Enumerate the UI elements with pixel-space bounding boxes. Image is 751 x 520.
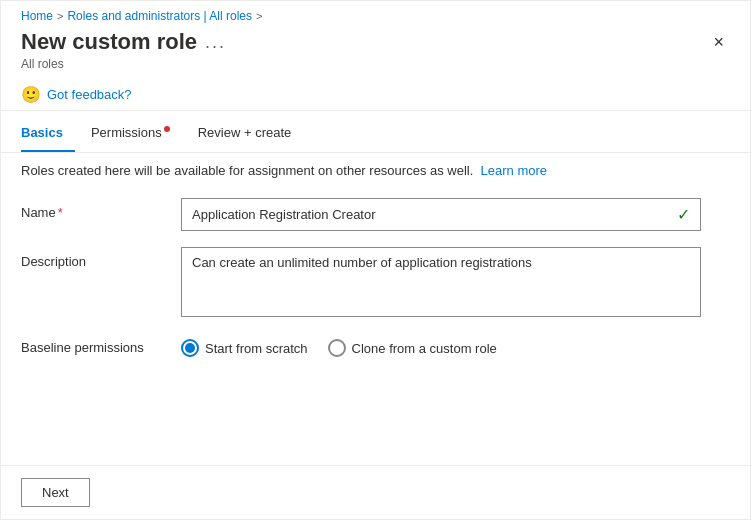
form-area: Name* ✓ Description Can create an unlimi… — [1, 188, 750, 465]
footer: Next — [1, 465, 750, 519]
title-area: New custom role ... All roles — [21, 29, 226, 71]
radio-scratch-label: Start from scratch — [205, 341, 308, 356]
radio-clone-label: Clone from a custom role — [352, 341, 497, 356]
radio-clone-option[interactable]: Clone from a custom role — [328, 339, 497, 357]
radio-scratch-option[interactable]: Start from scratch — [181, 339, 308, 357]
ellipsis-menu[interactable]: ... — [205, 32, 226, 53]
breadcrumb-home[interactable]: Home — [21, 9, 53, 23]
tab-review-create[interactable]: Review + create — [198, 115, 304, 152]
breadcrumb: Home > Roles and administrators | All ro… — [1, 1, 750, 27]
tab-permissions[interactable]: Permissions — [91, 115, 182, 152]
permissions-dot — [164, 126, 170, 132]
learn-more-link[interactable]: Learn more — [481, 163, 547, 178]
name-label: Name* — [21, 198, 181, 220]
breadcrumb-roles[interactable]: Roles and administrators | All roles — [67, 9, 252, 23]
baseline-row: Baseline permissions Start from scratch … — [21, 333, 730, 357]
name-row: Name* ✓ — [21, 198, 730, 231]
baseline-control: Start from scratch Clone from a custom r… — [181, 333, 701, 357]
description-input[interactable]: Can create an unlimited number of applic… — [181, 247, 701, 317]
breadcrumb-sep2: > — [256, 10, 262, 22]
name-input[interactable] — [192, 207, 677, 222]
radio-scratch-circle — [181, 339, 199, 357]
radio-clone-circle — [328, 339, 346, 357]
page-title: New custom role ... — [21, 29, 226, 55]
description-control: Can create an unlimited number of applic… — [181, 247, 701, 317]
breadcrumb-sep1: > — [57, 10, 63, 22]
feedback-icon: 🙂 — [21, 85, 41, 104]
header-row: New custom role ... All roles × — [1, 27, 750, 79]
page-subtitle: All roles — [21, 57, 226, 71]
description-label: Description — [21, 247, 181, 269]
name-control: ✓ — [181, 198, 701, 231]
name-input-wrapper: ✓ — [181, 198, 701, 231]
info-row: Roles created here will be available for… — [1, 153, 750, 188]
name-required: * — [58, 205, 63, 220]
next-button[interactable]: Next — [21, 478, 90, 507]
feedback-bar[interactable]: 🙂 Got feedback? — [1, 79, 750, 111]
feedback-text: Got feedback? — [47, 87, 132, 102]
check-icon: ✓ — [677, 205, 690, 224]
panel: Home > Roles and administrators | All ro… — [0, 0, 751, 520]
tabs-bar: Basics Permissions Review + create — [1, 115, 750, 153]
close-button[interactable]: × — [707, 29, 730, 55]
tab-basics[interactable]: Basics — [21, 115, 75, 152]
info-text: Roles created here will be available for… — [21, 163, 473, 178]
description-row: Description Can create an unlimited numb… — [21, 247, 730, 317]
radio-group: Start from scratch Clone from a custom r… — [181, 333, 701, 357]
baseline-label: Baseline permissions — [21, 333, 181, 355]
